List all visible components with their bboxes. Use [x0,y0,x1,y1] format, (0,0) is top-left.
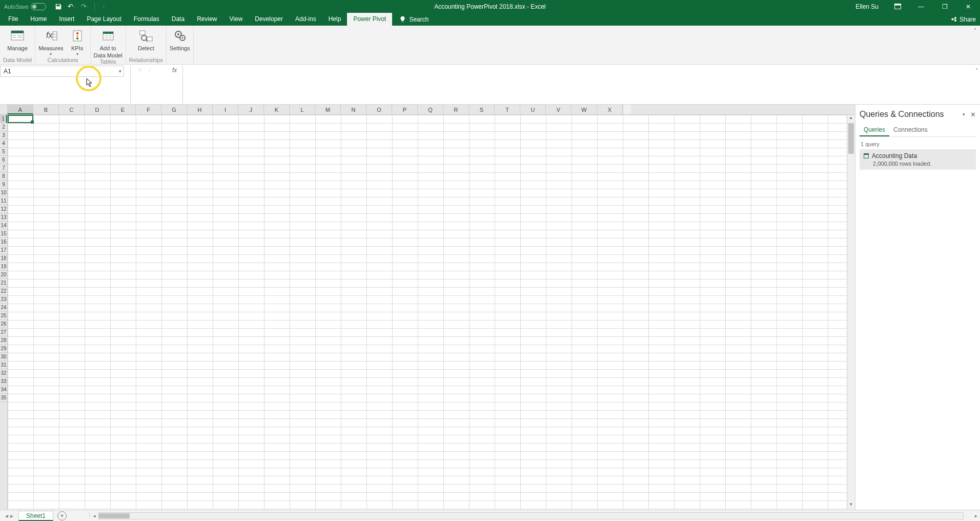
column-header-P[interactable]: P [392,105,418,114]
autosave-switch[interactable] [31,3,46,10]
redo-button[interactable]: ↷▾ [80,2,90,12]
name-box[interactable]: A1 ▾ [0,66,124,77]
tab-formulas[interactable]: Formulas [128,13,166,26]
column-header-J[interactable]: J [238,105,264,114]
tab-power-pivot[interactable]: Power Pivot [347,13,392,26]
column-header-B[interactable]: B [33,105,59,114]
prev-sheet-button[interactable]: ◂ [5,512,8,519]
query-item[interactable]: Accounting Data 2,000,000 rows loaded. [860,149,976,170]
pane-dropdown-icon[interactable]: ▾ [963,112,965,117]
cells-grid[interactable] [8,115,847,510]
tab-view[interactable]: View [223,13,249,26]
scroll-up-button[interactable]: ▴ [847,115,855,123]
column-header-G[interactable]: G [161,105,187,114]
row-header-28[interactable]: 28 [0,336,7,345]
row-header-16[interactable]: 16 [0,238,7,246]
row-header-4[interactable]: 4 [0,139,7,148]
row-header-1[interactable]: 1 [0,115,7,123]
row-header-34[interactable]: 34 [0,386,7,394]
collapse-ribbon-button[interactable]: ˄ [974,28,977,34]
column-header-H[interactable]: H [187,105,213,114]
hscroll-thumb[interactable] [99,513,130,518]
tab-queries[interactable]: Queries [860,124,889,136]
row-header-23[interactable]: 23 [0,295,7,304]
scroll-down-button[interactable]: ▾ [847,502,855,510]
row-header-33[interactable]: 33 [0,377,7,386]
column-header-F[interactable]: F [136,105,161,114]
minimize-button[interactable]: — [909,0,933,13]
column-header-S[interactable]: S [469,105,495,114]
row-header-30[interactable]: 30 [0,353,7,361]
next-sheet-button[interactable]: ▸ [10,512,13,519]
column-header-O[interactable]: O [366,105,392,114]
tab-help[interactable]: Help [322,13,348,26]
vertical-scrollbar[interactable]: ▴ ▾ [847,115,855,510]
tab-page-layout[interactable]: Page Layout [80,13,127,26]
save-button[interactable] [53,2,64,12]
close-button[interactable]: ✕ [956,0,980,13]
column-header-K[interactable]: K [264,105,290,114]
row-header-21[interactable]: 21 [0,279,7,287]
column-header-E[interactable]: E [110,105,136,114]
row-header-6[interactable]: 6 [0,156,7,164]
row-header-8[interactable]: 8 [0,172,7,181]
row-header-13[interactable]: 13 [0,213,7,222]
column-header-X[interactable]: X [597,105,623,114]
row-header-25[interactable]: 25 [0,312,7,320]
tab-addins[interactable]: Add-ins [289,13,322,26]
undo-button[interactable]: ↶▾ [67,2,77,12]
column-header-A[interactable]: A [8,105,33,114]
column-header-Q[interactable]: Q [418,105,443,114]
active-cell[interactable] [8,115,33,123]
row-header-17[interactable]: 17 [0,246,7,254]
row-header-5[interactable]: 5 [0,148,7,156]
row-header-22[interactable]: 22 [0,287,7,295]
row-header-27[interactable]: 27 [0,328,7,336]
row-header-31[interactable]: 31 [0,361,7,369]
detect-button[interactable]: Detect [136,27,156,51]
measures-button[interactable]: fx Measures ▾ [38,27,63,56]
select-all-button[interactable] [0,105,8,114]
collapse-formula-bar-button[interactable]: ˄ [975,68,978,73]
maximize-button[interactable]: ❐ [933,0,956,13]
tab-connections[interactable]: Connections [889,124,932,136]
column-header-C[interactable]: C [59,105,85,114]
sheet-tab-sheet1[interactable]: Sheet1 [18,511,53,521]
close-pane-button[interactable]: ✕ [970,111,976,118]
column-header-L[interactable]: L [290,105,315,114]
row-header-32[interactable]: 32 [0,369,7,377]
scroll-right-button[interactable]: ▸ [972,513,980,518]
add-to-data-model-button[interactable]: Add to Data Model [94,27,122,58]
column-header-R[interactable]: R [443,105,469,114]
vscroll-thumb[interactable] [848,123,854,154]
vscroll-track[interactable] [847,123,855,502]
autosave-toggle[interactable]: AutoSave [4,3,46,10]
column-header-V[interactable]: V [546,105,571,114]
column-header-U[interactable]: U [520,105,546,114]
scroll-left-button[interactable]: ◂ [90,513,98,518]
column-header-I[interactable]: I [213,105,238,114]
row-header-12[interactable]: 12 [0,205,7,213]
tab-home[interactable]: Home [24,13,53,26]
column-header-T[interactable]: T [495,105,520,114]
row-header-35[interactable]: 35 [0,394,7,402]
tab-data[interactable]: Data [166,13,191,26]
settings-button[interactable]: Settings [170,27,190,51]
column-header-W[interactable]: W [571,105,597,114]
kpis-button[interactable]: KPIs ▾ [68,27,87,56]
customize-qat-button[interactable]: ▾ [99,2,109,12]
row-header-14[interactable]: 14 [0,222,7,230]
row-header-24[interactable]: 24 [0,304,7,312]
user-name[interactable]: Ellen Su [855,3,879,10]
column-header-D[interactable]: D [85,105,110,114]
tab-insert[interactable]: Insert [53,13,80,26]
row-header-3[interactable]: 3 [0,131,7,139]
new-sheet-button[interactable]: + [57,511,67,520]
row-header-2[interactable]: 2 [0,123,7,131]
row-header-20[interactable]: 20 [0,271,7,279]
row-header-7[interactable]: 7 [0,164,7,172]
row-header-29[interactable]: 29 [0,345,7,353]
row-header-9[interactable]: 9 [0,181,7,189]
row-header-19[interactable]: 19 [0,263,7,271]
manage-button[interactable]: Manage [7,27,28,51]
